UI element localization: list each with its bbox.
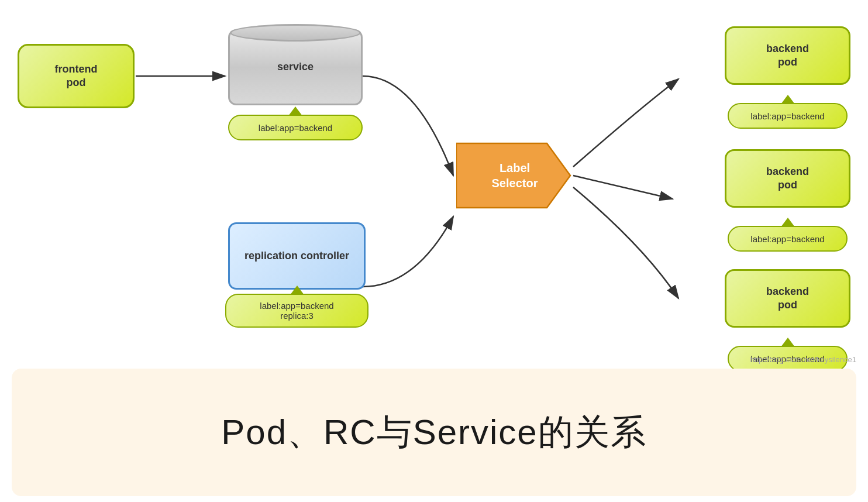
- service-label: service: [277, 60, 314, 74]
- backend-pod-2-top: backend pod: [725, 149, 850, 208]
- rc-label: replication controller: [244, 249, 349, 263]
- frontend-pod-label: frontend pod: [55, 63, 98, 90]
- rc-tag-line1: label:app=backend: [260, 301, 333, 311]
- watermark: http://blog.csdn.net/keysilence1: [750, 355, 856, 364]
- backend-pod-2: backend pod label:app=backend: [725, 149, 850, 252]
- footer-area: Pod、RC与Service的关系: [12, 369, 856, 496]
- rc-tag-line2: replica:3: [260, 311, 333, 321]
- rc-label-tag: label:app=backend replica:3: [225, 294, 368, 328]
- rc-box: replication controller: [228, 222, 366, 290]
- frontend-pod: frontend pod: [18, 44, 135, 108]
- label-selector-line2: Selector: [492, 176, 538, 191]
- svg-line-2: [573, 176, 673, 199]
- backend-pod-1: backend pod label:app=backend: [725, 26, 850, 129]
- footer-title: Pod、RC与Service的关系: [221, 409, 647, 456]
- service-box: service: [228, 29, 363, 105]
- label-selector-line1: Label: [500, 160, 530, 176]
- backend-pod-1-top: backend pod: [725, 26, 850, 85]
- label-selector: Label Selector: [456, 137, 573, 214]
- service-tag-text: label:app=backend: [259, 123, 332, 133]
- backend-pod-1-bottom: label:app=backend: [728, 103, 848, 129]
- service-label-tag: label:app=backend: [228, 115, 363, 140]
- diagram-area: frontend pod service label:app=backend r…: [0, 0, 868, 369]
- backend-pod-2-tag: label:app=backend: [750, 234, 824, 244]
- backend-pod-1-tag: label:app=backend: [750, 111, 824, 121]
- backend-pod-3-top: backend pod: [725, 269, 850, 328]
